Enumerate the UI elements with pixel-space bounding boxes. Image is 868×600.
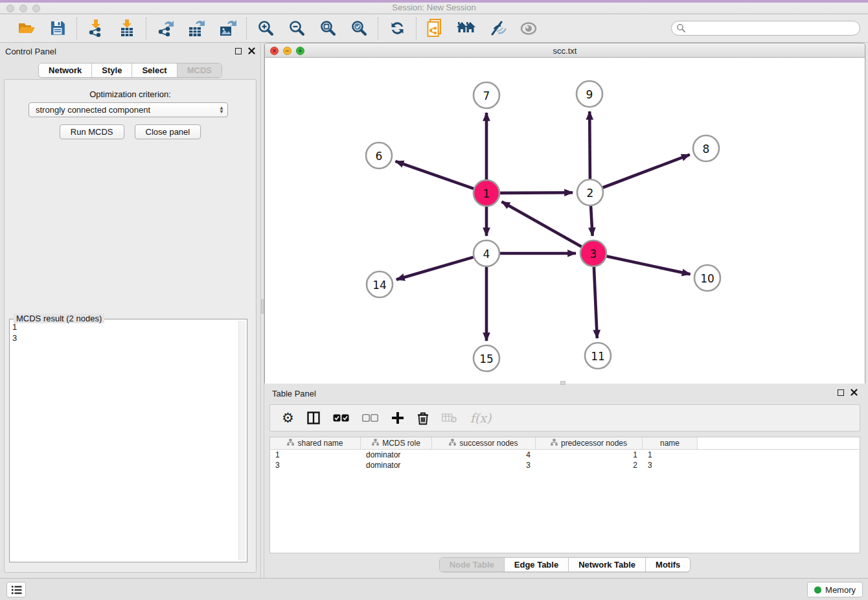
table-cell[interactable]: 2 [536, 460, 643, 470]
open-session-icon[interactable] [17, 19, 36, 38]
table-row[interactable]: 3dominator323 [270, 460, 860, 470]
hierarchy-icon [372, 439, 379, 448]
table-cell[interactable]: 1 [536, 450, 643, 460]
graph-node[interactable]: 14 [367, 271, 393, 297]
tab-select[interactable]: Select [132, 63, 177, 77]
column-header-shared-name[interactable]: shared name [270, 437, 361, 449]
table-cell[interactable]: 1 [643, 450, 698, 460]
zoom-out-icon[interactable] [287, 19, 306, 38]
delete-column-icon[interactable] [417, 411, 429, 425]
graph-node[interactable]: 3 [580, 240, 606, 266]
graph-edge[interactable] [500, 192, 573, 193]
graph-node-label: 2 [587, 187, 594, 200]
close-table-panel-icon[interactable] [851, 389, 858, 396]
graph-edge[interactable] [502, 202, 582, 246]
apply-layout-icon[interactable] [387, 19, 407, 38]
memory-button[interactable]: Memory [807, 582, 863, 597]
table-header-row[interactable]: shared nameMCDS rolesuccessor nodesprede… [270, 437, 860, 450]
tab-style[interactable]: Style [92, 63, 132, 77]
network-graph[interactable]: 7968124314101511 [265, 58, 865, 384]
float-table-panel-icon[interactable] [838, 389, 844, 396]
splitter-grip[interactable] [261, 299, 264, 314]
tab-node-table[interactable]: Node Table [440, 558, 505, 571]
close-panel-button[interactable]: Close panel [135, 124, 201, 139]
graph-node[interactable]: 9 [577, 81, 602, 107]
tab-network[interactable]: Network [39, 63, 92, 77]
delete-table-icon[interactable] [442, 413, 457, 423]
export-network-icon[interactable] [155, 19, 175, 38]
search-icon [676, 23, 686, 35]
node-table[interactable]: shared nameMCDS rolesuccessor nodesprede… [269, 437, 860, 553]
import-network-icon[interactable] [86, 19, 106, 38]
window-title: Session: New Session [0, 3, 868, 12]
zoom-fit-icon[interactable] [318, 19, 337, 38]
homes-icon[interactable] [457, 19, 476, 38]
table-settings-icon[interactable]: ⚙ [282, 411, 294, 424]
zoom-selected-icon[interactable] [349, 19, 369, 38]
graph-node-label: 6 [376, 150, 383, 163]
import-table-icon[interactable] [117, 19, 137, 38]
graph-node[interactable]: 1 [474, 180, 499, 206]
graph-edge[interactable] [603, 155, 690, 188]
function-builder-icon[interactable]: f(x) [470, 411, 492, 425]
hide-graphics-details-icon[interactable] [488, 19, 507, 38]
column-header-successor-nodes[interactable]: successor nodes [432, 437, 536, 449]
tab-network-table[interactable]: Network Table [569, 558, 646, 571]
close-panel-icon[interactable] [248, 47, 255, 54]
float-panel-icon[interactable] [235, 48, 242, 54]
graph-edge[interactable] [589, 111, 590, 179]
graph-node[interactable]: 8 [693, 135, 719, 161]
dropdown-stepper-icon: ▲▼ [219, 106, 224, 114]
graph-edge[interactable] [607, 256, 691, 274]
table-cell[interactable]: 3 [643, 460, 698, 470]
table-cell[interactable]: 3 [432, 460, 536, 470]
graph-node[interactable]: 15 [474, 345, 499, 371]
column-header-MCDS-role[interactable]: MCDS role [361, 437, 432, 449]
table-body[interactable]: 1dominator4113dominator323 [270, 450, 860, 470]
tab-mcds[interactable]: MCDS [177, 63, 222, 77]
tab-motifs[interactable]: Motifs [646, 558, 690, 571]
network-canvas[interactable]: 7968124314101511 [265, 58, 865, 384]
graph-node[interactable]: 6 [366, 143, 392, 168]
search-input[interactable] [671, 21, 860, 36]
table-cell[interactable]: dominator [361, 450, 432, 460]
tab-edge-table[interactable]: Edge Table [505, 558, 569, 571]
graph-node[interactable]: 4 [474, 240, 499, 266]
canvas-resize-grip[interactable] [560, 381, 565, 385]
table-row[interactable]: 1dominator411 [270, 450, 860, 460]
add-column-icon[interactable] [391, 411, 404, 424]
show-graphics-details-icon[interactable] [519, 19, 538, 38]
graph-node[interactable]: 11 [585, 343, 611, 369]
export-image-icon[interactable] [218, 19, 237, 38]
table-cell[interactable]: dominator [361, 460, 432, 470]
table-panel-header: Table Panel [264, 387, 865, 400]
graph-edge[interactable] [594, 267, 597, 338]
table-cell[interactable]: 3 [270, 460, 361, 470]
save-session-icon[interactable] [48, 19, 67, 38]
task-history-button[interactable] [6, 582, 26, 597]
graph-node-label: 10 [700, 272, 714, 285]
export-table-icon[interactable] [187, 19, 206, 38]
network-window-titlebar[interactable]: × − + scc.txt [265, 43, 865, 58]
list-icon [11, 585, 22, 595]
mcds-result-lines[interactable]: 13 [12, 321, 236, 343]
network-from-selection-icon[interactable] [426, 19, 445, 38]
graph-node[interactable]: 2 [577, 179, 603, 205]
graph-node[interactable]: 7 [474, 82, 499, 108]
graph-node[interactable]: 10 [694, 265, 720, 291]
table-cell[interactable]: 1 [270, 450, 361, 460]
run-mcds-button[interactable]: Run MCDS [60, 124, 124, 139]
mcds-result-box: MCDS result (2 nodes) 13 [9, 319, 247, 562]
show-columns-icon[interactable] [307, 411, 320, 424]
column-header-name[interactable]: name [643, 437, 698, 449]
criterion-dropdown[interactable]: strongly connected component ▲▼ [29, 102, 228, 117]
deselect-all-icon[interactable] [362, 414, 378, 422]
column-header-predecessor-nodes[interactable]: predecessor nodes [536, 437, 643, 449]
table-cell[interactable]: 4 [432, 450, 536, 460]
graph-edge[interactable] [591, 206, 593, 236]
graph-edge[interactable] [396, 161, 474, 189]
zoom-in-icon[interactable] [256, 19, 275, 38]
graph-edge[interactable] [396, 257, 474, 280]
mcds-result-scrollbar[interactable] [238, 321, 246, 560]
select-all-icon[interactable] [333, 414, 349, 422]
